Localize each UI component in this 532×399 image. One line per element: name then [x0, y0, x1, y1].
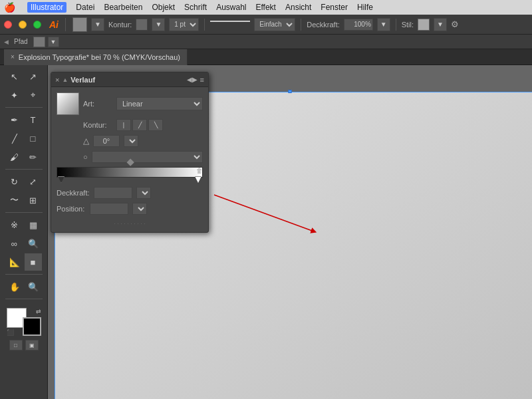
doc-tab-item[interactable]: × Explosion Typografie* bei 70 % (CMYK/V… [4, 49, 188, 65]
kontur-btn-1[interactable]: | [116, 119, 131, 131]
symbol-tool[interactable]: ※ [6, 216, 23, 233]
position-label: Position: [57, 205, 86, 213]
fill-swatch[interactable] [72, 17, 87, 32]
panel-row-angle: △ ▼ [57, 135, 203, 147]
direct-select-tool[interactable]: ↗ [25, 68, 42, 85]
tool-divider-5 [5, 299, 43, 299]
tool-row-11: ✋ 🔍 [6, 278, 42, 295]
divider2 [204, 19, 205, 31]
scale-tool[interactable]: ⤢ [25, 173, 42, 190]
panel-row-deckkraft: Deckkraft: ▼ [57, 187, 203, 199]
path-swatch[interactable] [33, 37, 45, 47]
stroke-color-swatch[interactable] [23, 317, 41, 336]
aspect-select[interactable] [92, 151, 203, 163]
delete-stop-icon[interactable]: 🗑 [196, 167, 203, 174]
swap-colors-icon[interactable]: ⇄ [36, 308, 41, 315]
maximize-traffic-light[interactable] [33, 21, 41, 29]
mode-btn[interactable]: ▼ [91, 18, 104, 31]
menu-auswahl[interactable]: Auswahl [216, 3, 246, 12]
tool-row-2: ✦ ⌖ [6, 86, 42, 104]
stroke-weight-select[interactable]: 1 pt2 pt [169, 18, 199, 31]
deckkraft-input[interactable] [94, 187, 132, 199]
measure-tool[interactable]: 📐 [6, 253, 23, 271]
free-transform-tool[interactable]: ⊞ [25, 192, 42, 209]
menu-objekt[interactable]: Objekt [152, 3, 175, 12]
menu-ansicht[interactable]: Ansicht [285, 3, 311, 12]
tool-row-4: ╱ □ [6, 130, 42, 147]
select-tool[interactable]: ↖ [6, 68, 23, 85]
kontur-btns: | ╱ ╲ [116, 119, 163, 131]
menu-hilfe[interactable]: Hilfe [357, 3, 373, 12]
magic-wand-tool[interactable]: ✦ [6, 86, 23, 104]
paintbrush-tool[interactable]: 🖌 [6, 148, 23, 166]
style-dropdown-btn[interactable]: ▼ [434, 18, 447, 31]
app-logo: Ai [49, 19, 59, 30]
kontur-btn-3[interactable]: ╲ [148, 119, 163, 131]
tool-divider-2 [5, 169, 43, 170]
stroke-style-select[interactable]: Einfach [254, 18, 295, 31]
gradient-tool[interactable]: ■ [25, 253, 42, 271]
panel-row-kontur: Kontur: | ╱ ╲ [57, 119, 203, 131]
rect-tool[interactable]: □ [25, 130, 42, 147]
eyedropper-tool[interactable]: 🔍 [25, 235, 42, 252]
tool-row-10: 📐 ■ [6, 253, 42, 271]
warp-tool[interactable]: 〜 [6, 192, 23, 209]
divider1 [65, 18, 66, 31]
normal-view-btn[interactable]: □ [9, 340, 23, 350]
divider4 [396, 19, 396, 31]
menu-fenster[interactable]: Fenster [321, 3, 348, 12]
column-tool[interactable]: ▦ [25, 216, 42, 233]
angle-input[interactable] [93, 135, 120, 147]
position-input[interactable] [90, 203, 128, 215]
fullscreen-btn[interactable]: ▣ [25, 340, 39, 350]
menu-schrift[interactable]: Schrift [184, 3, 207, 12]
aspect-icon: ○ [83, 153, 88, 161]
blend-tool[interactable]: ∞ [6, 235, 23, 252]
stroke-mode-btn[interactable]: ▼ [152, 18, 165, 31]
panel-gradient-swatch[interactable] [57, 92, 79, 115]
angle-dropdown[interactable]: ▼ [124, 135, 138, 147]
menu-bearbeiten[interactable]: Bearbeiten [104, 3, 142, 12]
reset-colors-icon[interactable]: ⬛ [7, 329, 14, 336]
path-mode-btn[interactable]: ▼ [48, 37, 59, 47]
canvas-handle-top[interactable] [289, 90, 292, 93]
menu-bar: 🍎 Illustrator Datei Bearbeiten Objekt Sc… [0, 0, 532, 15]
gear-icon[interactable]: ⚙ [451, 19, 459, 29]
pen-tool[interactable]: ✒ [6, 111, 23, 128]
panel-collapse-icon[interactable]: ▲ [62, 76, 68, 83]
gradient-bar[interactable] [57, 167, 203, 178]
gradient-stop-black[interactable] [58, 176, 65, 183]
panel-menu-btn[interactable]: ≡ [200, 76, 204, 84]
menu-datei[interactable]: Datei [76, 3, 94, 12]
stroke-swatch[interactable] [136, 19, 148, 31]
art-select[interactable]: Linear Radial [116, 97, 203, 110]
lasso-tool[interactable]: ⌖ [25, 86, 42, 104]
close-traffic-light[interactable] [4, 21, 12, 29]
rotate-tool[interactable]: ↻ [6, 173, 23, 190]
apple-icon[interactable]: 🍎 [4, 2, 15, 13]
opacity-label: Deckkraft: [307, 21, 340, 29]
panel-header: × ▲ Verlauf ◀▶ ≡ [51, 72, 208, 87]
doc-close-btn[interactable]: × [11, 53, 15, 61]
pencil-tool[interactable]: ✏ [25, 148, 42, 166]
panel-close-btn[interactable]: × [55, 76, 59, 84]
type-tool[interactable]: T [25, 111, 42, 128]
kontur-btn-2[interactable]: ╱ [132, 119, 147, 131]
gradient-stop-white[interactable] [195, 176, 201, 183]
deckkraft-dropdown[interactable]: ▼ [136, 187, 151, 199]
position-dropdown[interactable]: ▼ [132, 203, 147, 215]
drag-dots: · · · · · · · · · · [114, 220, 146, 227]
divider3 [301, 19, 301, 31]
opacity-dropdown-btn[interactable]: ▼ [377, 18, 390, 31]
hand-tool[interactable]: ✋ [6, 278, 23, 295]
menu-effekt[interactable]: Effekt [255, 3, 275, 12]
line-tool[interactable]: ╱ [6, 130, 23, 147]
path-label: Pfad [14, 38, 28, 45]
opacity-input[interactable] [344, 19, 373, 31]
minimize-traffic-light[interactable] [19, 21, 27, 29]
toolbar2-arrow: ◀ [4, 39, 9, 45]
zoom-tool[interactable]: 🔍 [25, 278, 42, 295]
main-area: ↖ ↗ ✦ ⌖ ✒ T ╱ □ 🖌 ✏ ↻ ⤢ 〜 ⊞ ※ [0, 65, 532, 399]
style-swatch[interactable] [418, 19, 430, 31]
menu-illustrator[interactable]: Illustrator [27, 2, 66, 13]
